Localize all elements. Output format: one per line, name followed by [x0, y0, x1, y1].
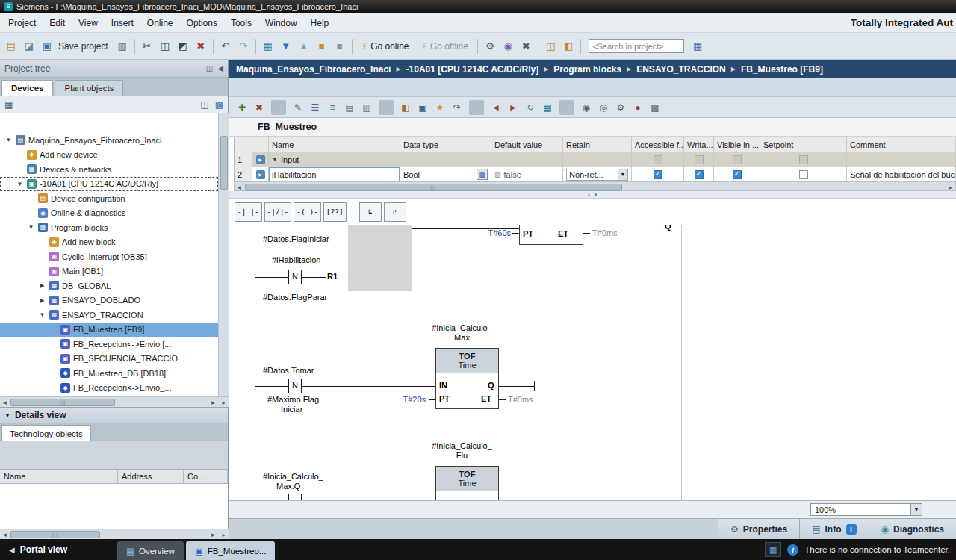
tab-diagnostics[interactable]: ◉ Diagnostics [869, 519, 956, 539]
menu-item[interactable]: Insert [105, 15, 140, 31]
open-all-networks-icon[interactable]: ▤ [342, 100, 357, 115]
accessible-devices-icon[interactable]: ⚙ [482, 38, 498, 55]
expander-icon[interactable]: ▼ [16, 181, 24, 187]
tree-item-add-new-block[interactable]: ✚ Add new block [0, 235, 218, 250]
menu-item[interactable]: Online [140, 15, 180, 31]
breadcrumb-item[interactable]: Program blocks [538, 64, 621, 75]
zoom-slider[interactable]: ······· [931, 507, 952, 514]
column-setpoint[interactable]: Setpoint [760, 137, 847, 152]
expander-icon[interactable]: ▼ [27, 224, 35, 231]
column-data-type[interactable]: Data type [400, 137, 491, 152]
tree-item-online-diagnostics[interactable]: ◉ Online & diagnostics [0, 206, 218, 221]
column-accessible[interactable]: Accessible f... [632, 137, 684, 152]
timer-instance-name[interactable]: #Inicia_Calculo_ [412, 441, 512, 450]
zoom-select[interactable]: 100% ▼ [810, 503, 922, 516]
menu-item[interactable]: View [72, 15, 105, 31]
search-in-project-input[interactable]: <Search in project> [589, 39, 684, 53]
tree-item-devices-networks[interactable]: ▦ Devices & networks [0, 162, 218, 177]
taskbar-tab-fb-muestreo[interactable]: ▣ FB_Muestreo... [186, 541, 276, 560]
modify-values-icon[interactable]: ⚙ [613, 100, 628, 115]
tree-item-fb-secuencia-traccion[interactable]: ▣ FB_SECUENCIA_TRACCIO... [0, 352, 218, 367]
retain-dropdown[interactable]: Non-ret...▼ [566, 169, 628, 181]
compile-icon[interactable]: ▦ [260, 38, 276, 55]
menu-item[interactable]: Window [258, 15, 304, 31]
network-comments-icon[interactable]: ▣ [415, 100, 430, 115]
tab-devices[interactable]: Devices [1, 80, 53, 96]
favorites-icon[interactable]: ★ [432, 100, 447, 115]
monitoring-icon[interactable]: ◉ [579, 100, 594, 115]
tree-item-fb-recepcion-envio-db[interactable]: ◆ FB_Recepcion<->Envio_... [0, 381, 218, 396]
menu-item[interactable]: Tools [224, 15, 258, 31]
open-project-icon[interactable]: ◪ [21, 38, 37, 55]
timer-preset-value[interactable]: T#60s [469, 228, 511, 237]
tree-item-fb-muestreo-db[interactable]: ◆ FB_Muestreo_DB [DB18] [0, 366, 218, 381]
editor-splitter-handle[interactable]: ▲▼ [229, 191, 956, 199]
upload-from-device-icon[interactable]: ▲ [296, 38, 312, 55]
insert-network-icon[interactable]: ✚ [235, 100, 249, 115]
auto-collapse-icon[interactable]: ◫ [206, 64, 213, 72]
show-favorites-icon[interactable]: ▦ [689, 38, 706, 55]
delete-icon[interactable]: ✖ [193, 38, 209, 55]
start-simulation-icon[interactable]: ◉ [500, 38, 516, 55]
selected-timer-block[interactable] [348, 225, 412, 291]
close-all-networks-icon[interactable]: ▥ [359, 100, 374, 115]
insert-empty-box-button[interactable]: [??] [323, 202, 347, 222]
tray-window-icon[interactable]: ▦ [765, 542, 781, 557]
default-value-cell[interactable]: ▨false [491, 167, 563, 182]
tree-item-main-ob1[interactable]: ▣ Main [OB1] [0, 264, 218, 279]
go-online-button[interactable]: ⚡ Go online [356, 40, 415, 53]
column-visible[interactable]: Visible in ... [714, 137, 760, 152]
edge-memory-operand[interactable]: Iniciar [281, 405, 302, 414]
breadcrumb-item[interactable]: ENSAYO_TRACCION [621, 64, 726, 75]
data-type-cell[interactable]: Bool▦ [400, 167, 491, 182]
insert-row-icon[interactable]: ☰ [308, 100, 323, 115]
accessible-checkbox[interactable] [654, 170, 662, 179]
tab-properties[interactable]: ⚙ Properties [718, 519, 799, 539]
breadcrumb-item[interactable]: Maquina_Ensayos_Fibroacero_Inaci [236, 64, 391, 75]
editor-link-icon[interactable]: ▩ [215, 99, 223, 110]
breadcrumb-item[interactable]: FB_Muestreo [FB9] [726, 64, 823, 75]
tree-item-project-root[interactable]: ▼ ▤ Maquina_Ensayos_Fibroacero_Inaci [0, 133, 218, 148]
open-branch-button[interactable]: ↳ [359, 202, 382, 222]
column-default-value[interactable]: Default value [491, 137, 563, 152]
cross-references-icon[interactable]: ✖ [518, 38, 534, 55]
expander-icon[interactable]: ▼ [4, 137, 13, 143]
tree-item-ensayo-traccion[interactable]: ▼ ▦ ENSAYO_TRACCION [0, 308, 218, 323]
variable-name-cell[interactable]: iHabilitacion [269, 167, 400, 182]
close-branch-button[interactable]: ↱ [384, 202, 406, 222]
edge-memory-operand[interactable]: #Maximo.Flag [267, 395, 319, 404]
section-expander-icon[interactable]: ▼ [272, 156, 278, 163]
tree-horizontal-scrollbar[interactable]: ◄ ||| ► ▸ [0, 396, 229, 407]
edge-memory-operand[interactable]: #Datos.FlagParar [263, 293, 327, 302]
comment-cell[interactable]: Señal de habilitacion del buc [847, 167, 956, 182]
save-project-button[interactable]: Save project [57, 41, 113, 52]
tree-item-db-global[interactable]: ▶ ▦ DB_GLOBAL [0, 279, 218, 293]
paste-icon[interactable]: ◩ [175, 38, 191, 55]
previous-error-icon[interactable]: ◄ [488, 100, 503, 115]
expander-icon[interactable]: ▶ [38, 297, 46, 304]
tree-columns-icon[interactable]: ▦ [4, 99, 13, 110]
new-project-icon[interactable]: ▤ [3, 38, 19, 55]
start-cpu-icon[interactable]: ■ [314, 38, 330, 55]
operand-label[interactable]: #Datos.FlagIniciar [263, 234, 329, 243]
go-offline-button[interactable]: ⚡ Go offline [416, 40, 474, 53]
snapshot-icon[interactable]: ◎ [596, 100, 611, 115]
split-editor-vertically-icon[interactable]: ◧ [560, 38, 577, 55]
next-error-icon[interactable]: ► [506, 100, 521, 115]
ladder-network-canvas[interactable]: IN Q PT ET T#60s T#0ms #Datos.FlagInicia… [229, 225, 956, 500]
chevron-down-icon[interactable]: ▼ [618, 169, 627, 180]
tree-item-program-blocks[interactable]: ▼ ▦ Program blocks [0, 220, 218, 235]
column-comment[interactable]: Comment [847, 137, 956, 152]
menu-item[interactable]: Options [180, 15, 224, 31]
tree-item-fb-recepcion-envio[interactable]: ▣ FB_Recepcion<->Envio [... [0, 337, 218, 352]
call-hierarchy-icon[interactable]: ▩ [648, 100, 662, 115]
delete-network-icon[interactable]: ✖ [252, 100, 267, 115]
visible-checkbox[interactable] [733, 170, 742, 179]
menu-item[interactable]: Edit [43, 15, 72, 31]
breadcrumb-item[interactable]: -10A01 [CPU 1214C AC/DC/Rly] [391, 64, 538, 75]
tab-plant-objects[interactable]: Plant objects [55, 80, 123, 96]
details-view-header[interactable]: ▼ Details view [0, 407, 228, 423]
timer-instance-name[interactable]: Max [412, 333, 512, 342]
column-retain[interactable]: Retain [563, 137, 632, 152]
tof-timer-block[interactable]: TOFTime [435, 466, 499, 500]
